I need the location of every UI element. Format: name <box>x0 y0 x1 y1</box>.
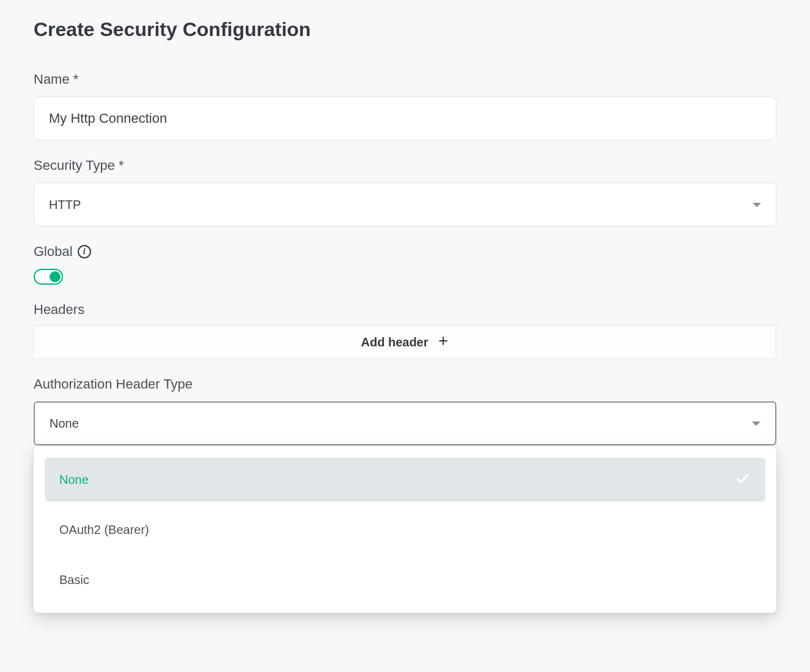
auth-header-type-field-group: Authorization Header Type None None OAut… <box>34 376 776 613</box>
caret-down-icon <box>752 422 760 426</box>
security-type-field-group: Security Type * HTTP <box>34 158 776 227</box>
dropdown-option-label: None <box>59 473 89 487</box>
headers-label: Headers <box>34 302 776 318</box>
toggle-knob <box>50 271 61 282</box>
add-header-button[interactable]: Add header <box>34 325 776 359</box>
add-header-label: Add header <box>361 335 428 349</box>
auth-header-type-select[interactable]: None <box>34 401 776 445</box>
plus-icon <box>437 335 449 350</box>
global-field-group: Global i <box>34 244 776 285</box>
dropdown-option-basic[interactable]: Basic <box>45 558 765 602</box>
dropdown-option-label: Basic <box>59 573 89 587</box>
page-title: Create Security Configuration <box>34 18 776 41</box>
auth-header-type-label: Authorization Header Type <box>34 376 776 392</box>
name-input[interactable] <box>34 97 776 141</box>
security-type-label: Security Type * <box>34 158 776 173</box>
dropdown-option-oauth2[interactable]: OAuth2 (Bearer) <box>45 508 765 552</box>
dropdown-option-label: OAuth2 (Bearer) <box>59 523 149 537</box>
dropdown-option-none[interactable]: None <box>45 458 765 502</box>
caret-down-icon <box>753 203 761 207</box>
auth-header-type-dropdown: None OAuth2 (Bearer) Basic <box>34 447 776 613</box>
headers-field-group: Headers Add header <box>34 302 776 359</box>
security-type-value: HTTP <box>49 198 81 212</box>
global-label-row: Global i <box>34 244 776 260</box>
check-icon <box>735 470 751 489</box>
security-type-select[interactable]: HTTP <box>34 183 776 227</box>
info-icon[interactable]: i <box>78 245 91 258</box>
name-field-group: Name * <box>34 71 776 141</box>
global-toggle[interactable] <box>34 269 63 285</box>
name-label: Name * <box>34 71 776 87</box>
global-label: Global <box>34 244 73 260</box>
auth-header-type-value: None <box>50 417 79 431</box>
